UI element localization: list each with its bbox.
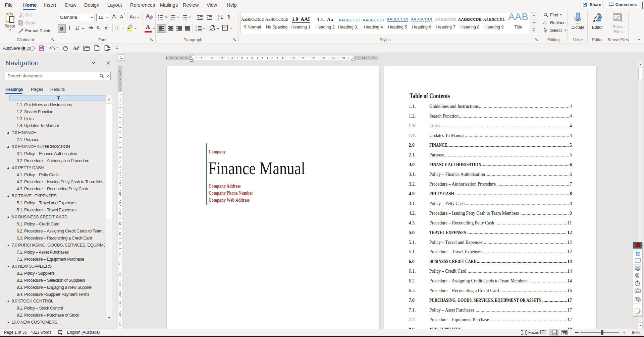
svg-text:1: 1 bbox=[181, 15, 182, 16]
svg-text:Z: Z bbox=[218, 17, 219, 20]
svg-text:a: a bbox=[182, 17, 183, 18]
svg-text:A: A bbox=[73, 46, 77, 51]
svg-text:i: i bbox=[183, 18, 183, 20]
svg-text:3: 3 bbox=[170, 18, 171, 20]
svg-text:2: 2 bbox=[170, 17, 171, 18]
svg-text:c: c bbox=[545, 22, 547, 25]
svg-text:1: 1 bbox=[170, 15, 171, 16]
